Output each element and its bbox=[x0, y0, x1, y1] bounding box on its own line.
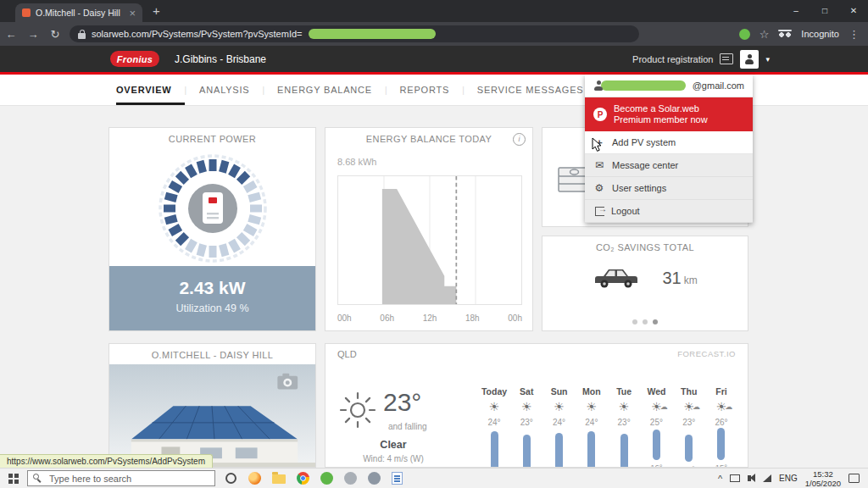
menu-item-logout[interactable]: Logout bbox=[585, 200, 753, 223]
forecast-column: Sat 23° bbox=[510, 386, 542, 468]
forward-button[interactable]: → bbox=[22, 28, 44, 41]
document-app-icon[interactable] bbox=[392, 472, 403, 485]
speaker-icon[interactable] bbox=[748, 475, 751, 481]
nav-tab-reports[interactable]: REPORTS bbox=[387, 75, 463, 105]
user-icon bbox=[593, 80, 594, 91]
x-tick: 00h bbox=[508, 313, 522, 323]
network-icon[interactable] bbox=[763, 474, 771, 482]
mouse-cursor bbox=[592, 137, 604, 152]
chrome-icon[interactable] bbox=[297, 472, 309, 485]
incognito-label: Incognito bbox=[801, 29, 839, 39]
browser-toolbar: ← → ↻ solarweb.com/PvSystems/PvSystem?pv… bbox=[0, 22, 868, 46]
taskbar-search[interactable] bbox=[27, 470, 215, 486]
forecast-strip: Today 24° Sat 23° Sun 24° Mon bbox=[478, 386, 737, 468]
browser-tab[interactable]: O.Mitchell - Daisy Hill × bbox=[15, 3, 142, 22]
nav-tab-energy-balance[interactable]: ENERGY BALANCE bbox=[264, 75, 385, 105]
co2-value: 31 bbox=[662, 269, 681, 287]
account-caret-icon[interactable]: ▾ bbox=[765, 55, 770, 64]
nav-tab-analysis[interactable]: ANALYSIS bbox=[186, 75, 262, 105]
forecast-high: 23° bbox=[520, 418, 533, 428]
search-input[interactable] bbox=[47, 473, 195, 485]
clock-time: 15:32 bbox=[813, 469, 833, 479]
back-button[interactable]: ← bbox=[0, 28, 22, 41]
house-photo-illustration bbox=[109, 364, 315, 467]
temperature-bar bbox=[685, 435, 693, 462]
start-button-windows-icon[interactable] bbox=[8, 474, 19, 484]
forecast-high: 25° bbox=[650, 418, 663, 428]
power-gauge bbox=[158, 153, 268, 263]
max-energy-label: 8.68 kWh bbox=[337, 157, 376, 167]
forecast-day: Wed bbox=[647, 386, 665, 397]
cortana-icon[interactable] bbox=[225, 473, 236, 484]
url-text[interactable]: solarweb.com/PvSystems/PvSystem?pvSystem… bbox=[92, 29, 303, 39]
clock-date: 1/05/2020 bbox=[805, 479, 841, 488]
redacted-url-id bbox=[309, 29, 436, 39]
taskbar-clock[interactable]: 15:32 1/05/2020 bbox=[805, 469, 841, 488]
reload-button[interactable]: ↻ bbox=[44, 28, 66, 41]
forecast-high: 24° bbox=[585, 418, 598, 428]
language-indicator[interactable]: ENG bbox=[779, 474, 798, 483]
temperature-bar bbox=[523, 435, 531, 468]
window-minimize-button[interactable]: – bbox=[782, 0, 810, 22]
carousel-dot[interactable] bbox=[632, 319, 637, 324]
user-settings-label: User settings bbox=[612, 183, 666, 193]
display-icon[interactable] bbox=[730, 474, 740, 482]
current-power-value: 2.43 kW bbox=[109, 278, 315, 298]
wind-label: Wind: 4 m/s (W) bbox=[334, 454, 453, 463]
tab-close-icon[interactable]: × bbox=[129, 8, 136, 19]
tray-expand-icon[interactable]: ^ bbox=[718, 474, 722, 483]
temperature-bar bbox=[717, 428, 725, 460]
forecast-column: Today 24° bbox=[478, 386, 510, 468]
menu-item-user-settings[interactable]: User settings bbox=[585, 177, 753, 200]
app-icon[interactable] bbox=[344, 472, 357, 485]
ssl-lock-icon[interactable] bbox=[78, 30, 86, 39]
forecast-day: Fri bbox=[715, 386, 726, 397]
extension-icon[interactable] bbox=[739, 29, 750, 40]
forecast-day: Tue bbox=[616, 386, 632, 397]
forecast-column: Tue 23° bbox=[608, 386, 640, 468]
bookmark-star-icon[interactable]: ☆ bbox=[760, 28, 770, 41]
window-close-button[interactable]: ✕ bbox=[839, 0, 868, 22]
weather-source[interactable]: FORECAST.IO bbox=[677, 344, 736, 364]
carousel-dot-active[interactable] bbox=[653, 319, 658, 324]
windows-taskbar: ^ ENG 15:32 1/05/2020 bbox=[0, 468, 868, 488]
nav-tab-service-messages[interactable]: SERVICE MESSAGES bbox=[465, 75, 597, 105]
green-app-icon[interactable] bbox=[320, 472, 333, 485]
menu-item-premium[interactable]: Become a Solar.web Premium member now bbox=[585, 97, 753, 131]
menu-item-add-pv-system[interactable]: Add PV system bbox=[585, 131, 753, 154]
logout-icon bbox=[595, 207, 604, 216]
browser-menu-button[interactable]: ⋮ bbox=[849, 28, 860, 41]
action-center-icon[interactable] bbox=[849, 474, 860, 483]
add-pv-label: Add PV system bbox=[612, 137, 676, 147]
fronius-logo[interactable]: Fronius bbox=[110, 51, 159, 67]
forecast-column: Sun 24° bbox=[543, 386, 576, 468]
co2-value-group: 31km bbox=[662, 269, 697, 288]
info-icon[interactable] bbox=[513, 133, 526, 146]
utilization-label: Utilization 49 % bbox=[109, 302, 315, 314]
address-bar[interactable]: solarweb.com/PvSystems/PvSystem?pvSystem… bbox=[70, 25, 639, 42]
current-temperature: 23° bbox=[383, 388, 421, 417]
registration-form-icon[interactable] bbox=[720, 53, 733, 64]
app-icon[interactable] bbox=[368, 472, 381, 485]
forecast-high: 24° bbox=[553, 418, 565, 428]
browser-app-icon[interactable] bbox=[248, 472, 261, 485]
product-registration-link[interactable]: Product registration bbox=[632, 54, 713, 64]
search-icon bbox=[33, 474, 42, 483]
new-tab-button[interactable]: + bbox=[153, 3, 160, 19]
window-maximize-button[interactable]: □ bbox=[810, 0, 839, 22]
nav-tab-overview[interactable]: OVERVIEW bbox=[116, 75, 185, 105]
account-button[interactable] bbox=[740, 50, 759, 69]
weather-icon bbox=[521, 399, 532, 414]
forecast-day: Sun bbox=[551, 386, 568, 397]
app-header-right: Product registration ▾ bbox=[632, 50, 770, 69]
menu-item-message-center[interactable]: Message center bbox=[585, 154, 753, 177]
forecast-day: Today bbox=[481, 386, 507, 397]
temperature-bar bbox=[491, 431, 498, 468]
weather-icon bbox=[554, 399, 565, 414]
system-photo bbox=[109, 364, 315, 467]
menu-item-account-email: @gmail.com bbox=[585, 75, 753, 97]
premium-p-icon bbox=[593, 108, 607, 121]
desktop: O.Mitchell - Daisy Hill × + – □ ✕ ← → ↻ … bbox=[0, 0, 868, 488]
file-explorer-icon[interactable] bbox=[272, 474, 286, 484]
carousel-dot[interactable] bbox=[643, 319, 648, 324]
